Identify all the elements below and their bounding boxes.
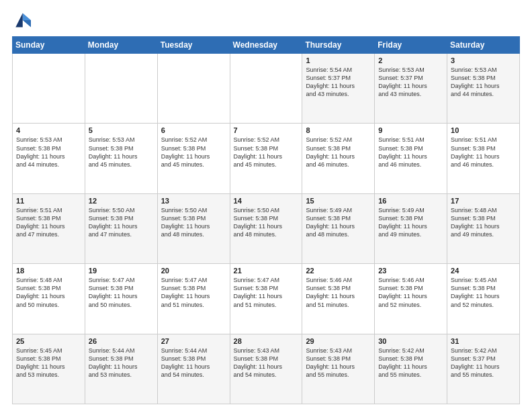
day-number: 12: [89, 197, 154, 205]
day-number: 31: [451, 337, 516, 345]
day-cell: 21Sunrise: 5:47 AM Sunset: 5:38 PM Dayli…: [230, 264, 302, 334]
day-cell: 23Sunrise: 5:46 AM Sunset: 5:38 PM Dayli…: [375, 264, 447, 334]
day-info: Sunrise: 5:49 AM Sunset: 5:38 PM Dayligh…: [306, 206, 371, 239]
day-cell: 20Sunrise: 5:47 AM Sunset: 5:38 PM Dayli…: [157, 264, 230, 334]
day-cell: 9Sunrise: 5:51 AM Sunset: 5:38 PM Daylig…: [375, 124, 447, 193]
weekday-sunday: Sunday: [13, 37, 85, 54]
day-info: Sunrise: 5:43 AM Sunset: 5:38 PM Dayligh…: [306, 347, 371, 379]
day-number: 25: [16, 337, 81, 345]
day-info: Sunrise: 5:51 AM Sunset: 5:38 PM Dayligh…: [16, 206, 81, 239]
day-info: Sunrise: 5:47 AM Sunset: 5:38 PM Dayligh…: [234, 276, 299, 309]
day-cell: 18Sunrise: 5:48 AM Sunset: 5:38 PM Dayli…: [13, 264, 85, 334]
day-cell: 6Sunrise: 5:52 AM Sunset: 5:38 PM Daylig…: [157, 124, 230, 193]
day-info: Sunrise: 5:53 AM Sunset: 5:38 PM Dayligh…: [89, 136, 154, 169]
day-cell: [157, 54, 230, 124]
week-row-3: 11Sunrise: 5:51 AM Sunset: 5:38 PM Dayli…: [13, 193, 520, 263]
weekday-thursday: Thursday: [302, 37, 375, 54]
day-number: 10: [451, 126, 516, 134]
week-row-4: 18Sunrise: 5:48 AM Sunset: 5:38 PM Dayli…: [13, 264, 520, 334]
day-info: Sunrise: 5:46 AM Sunset: 5:38 PM Dayligh…: [306, 276, 371, 309]
day-number: 13: [161, 197, 226, 205]
day-number: 1: [306, 56, 371, 64]
day-number: 14: [234, 197, 299, 205]
weekday-wednesday: Wednesday: [230, 37, 302, 54]
day-cell: 25Sunrise: 5:45 AM Sunset: 5:38 PM Dayli…: [13, 334, 85, 404]
day-number: 7: [234, 126, 299, 134]
day-cell: 7Sunrise: 5:52 AM Sunset: 5:38 PM Daylig…: [230, 124, 302, 193]
day-number: 19: [89, 267, 154, 275]
day-cell: 14Sunrise: 5:50 AM Sunset: 5:38 PM Dayli…: [230, 193, 302, 263]
day-info: Sunrise: 5:53 AM Sunset: 5:37 PM Dayligh…: [378, 66, 443, 99]
day-cell: 31Sunrise: 5:42 AM Sunset: 5:37 PM Dayli…: [447, 334, 520, 404]
day-info: Sunrise: 5:42 AM Sunset: 5:38 PM Dayligh…: [378, 347, 443, 379]
day-info: Sunrise: 5:47 AM Sunset: 5:38 PM Dayligh…: [89, 276, 154, 309]
day-number: 27: [161, 337, 226, 345]
day-cell: 16Sunrise: 5:49 AM Sunset: 5:38 PM Dayli…: [375, 193, 447, 263]
day-cell: 10Sunrise: 5:51 AM Sunset: 5:38 PM Dayli…: [447, 124, 520, 193]
day-info: Sunrise: 5:42 AM Sunset: 5:37 PM Dayligh…: [451, 347, 516, 379]
weekday-friday: Friday: [375, 37, 447, 54]
day-info: Sunrise: 5:51 AM Sunset: 5:38 PM Dayligh…: [378, 136, 443, 169]
day-cell: 24Sunrise: 5:45 AM Sunset: 5:38 PM Dayli…: [447, 264, 520, 334]
day-number: 29: [306, 337, 371, 345]
weekday-header-row: SundayMondayTuesdayWednesdayThursdayFrid…: [13, 37, 520, 54]
day-number: 26: [89, 337, 154, 345]
week-row-5: 25Sunrise: 5:45 AM Sunset: 5:38 PM Dayli…: [13, 334, 520, 404]
day-info: Sunrise: 5:45 AM Sunset: 5:38 PM Dayligh…: [451, 276, 516, 309]
weekday-monday: Monday: [85, 37, 157, 54]
day-info: Sunrise: 5:50 AM Sunset: 5:38 PM Dayligh…: [89, 206, 154, 239]
day-info: Sunrise: 5:45 AM Sunset: 5:38 PM Dayligh…: [16, 347, 81, 379]
day-info: Sunrise: 5:50 AM Sunset: 5:38 PM Dayligh…: [161, 206, 226, 239]
day-cell: 5Sunrise: 5:53 AM Sunset: 5:38 PM Daylig…: [85, 124, 157, 193]
weekday-saturday: Saturday: [447, 37, 520, 54]
day-number: 8: [306, 126, 371, 134]
day-number: 23: [378, 267, 443, 275]
day-cell: 17Sunrise: 5:48 AM Sunset: 5:38 PM Dayli…: [447, 193, 520, 263]
week-row-2: 4Sunrise: 5:53 AM Sunset: 5:38 PM Daylig…: [13, 124, 520, 193]
day-info: Sunrise: 5:53 AM Sunset: 5:38 PM Dayligh…: [16, 136, 81, 169]
svg-marker-2: [15, 13, 23, 28]
day-info: Sunrise: 5:44 AM Sunset: 5:38 PM Dayligh…: [89, 347, 154, 379]
day-cell: [230, 54, 302, 124]
day-cell: 15Sunrise: 5:49 AM Sunset: 5:38 PM Dayli…: [302, 193, 375, 263]
day-number: 18: [16, 267, 81, 275]
day-cell: 13Sunrise: 5:50 AM Sunset: 5:38 PM Dayli…: [157, 193, 230, 263]
day-number: 24: [451, 267, 516, 275]
day-number: 21: [234, 267, 299, 275]
page: SundayMondayTuesdayWednesdayThursdayFrid…: [0, 0, 532, 411]
day-info: Sunrise: 5:51 AM Sunset: 5:38 PM Dayligh…: [451, 136, 516, 169]
day-cell: 12Sunrise: 5:50 AM Sunset: 5:38 PM Dayli…: [85, 193, 157, 263]
weekday-tuesday: Tuesday: [157, 37, 230, 54]
day-info: Sunrise: 5:53 AM Sunset: 5:38 PM Dayligh…: [451, 66, 516, 99]
day-cell: 11Sunrise: 5:51 AM Sunset: 5:38 PM Dayli…: [13, 193, 85, 263]
day-cell: 29Sunrise: 5:43 AM Sunset: 5:38 PM Dayli…: [302, 334, 375, 404]
day-number: 3: [451, 56, 516, 64]
day-number: 15: [306, 197, 371, 205]
day-info: Sunrise: 5:49 AM Sunset: 5:38 PM Dayligh…: [378, 206, 443, 239]
header: [12, 11, 520, 30]
day-info: Sunrise: 5:52 AM Sunset: 5:38 PM Dayligh…: [306, 136, 371, 169]
day-cell: 4Sunrise: 5:53 AM Sunset: 5:38 PM Daylig…: [13, 124, 85, 193]
day-cell: [13, 54, 85, 124]
day-cell: [85, 54, 157, 124]
day-cell: 26Sunrise: 5:44 AM Sunset: 5:38 PM Dayli…: [85, 334, 157, 404]
day-number: 9: [378, 126, 443, 134]
day-cell: 28Sunrise: 5:43 AM Sunset: 5:38 PM Dayli…: [230, 334, 302, 404]
day-info: Sunrise: 5:46 AM Sunset: 5:38 PM Dayligh…: [378, 276, 443, 309]
day-info: Sunrise: 5:52 AM Sunset: 5:38 PM Dayligh…: [234, 136, 299, 169]
day-number: 22: [306, 267, 371, 275]
svg-marker-1: [23, 20, 31, 28]
day-info: Sunrise: 5:47 AM Sunset: 5:38 PM Dayligh…: [161, 276, 226, 309]
day-cell: 2Sunrise: 5:53 AM Sunset: 5:37 PM Daylig…: [375, 54, 447, 124]
day-number: 16: [378, 197, 443, 205]
week-row-1: 1Sunrise: 5:54 AM Sunset: 5:37 PM Daylig…: [13, 54, 520, 124]
calendar: SundayMondayTuesdayWednesdayThursdayFrid…: [12, 36, 520, 404]
day-cell: 1Sunrise: 5:54 AM Sunset: 5:37 PM Daylig…: [302, 54, 375, 124]
day-number: 17: [451, 197, 516, 205]
day-number: 11: [16, 197, 81, 205]
day-info: Sunrise: 5:50 AM Sunset: 5:38 PM Dayligh…: [234, 206, 299, 239]
day-number: 2: [378, 56, 443, 64]
day-info: Sunrise: 5:43 AM Sunset: 5:38 PM Dayligh…: [234, 347, 299, 379]
day-cell: 3Sunrise: 5:53 AM Sunset: 5:38 PM Daylig…: [447, 54, 520, 124]
day-info: Sunrise: 5:48 AM Sunset: 5:38 PM Dayligh…: [451, 206, 516, 239]
